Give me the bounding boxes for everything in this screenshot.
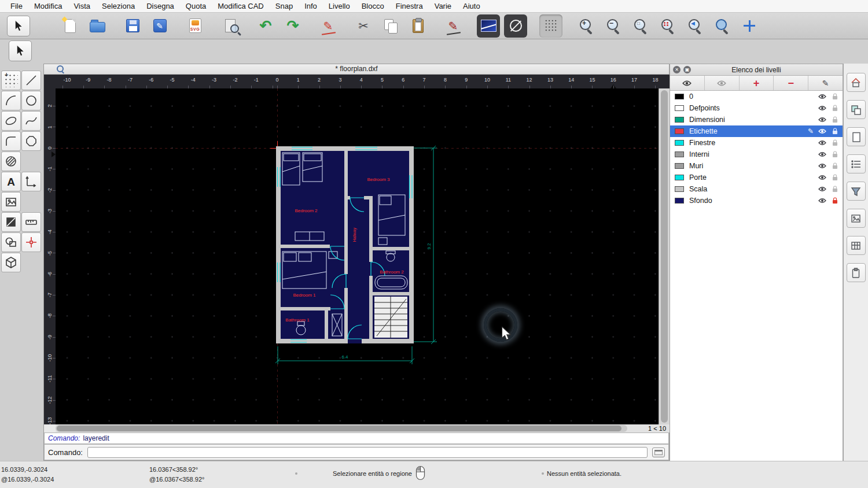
menu-aiuto[interactable]: Aiuto (457, 0, 486, 12)
layer-row-scala[interactable]: Scala (670, 183, 843, 195)
edit-entity-button[interactable]: ✎ (442, 14, 465, 38)
horizontal-scrollbar[interactable] (56, 425, 627, 432)
layer-lock-icon[interactable] (832, 151, 838, 158)
line-tool[interactable] (21, 71, 41, 90)
measure-tool[interactable] (21, 212, 41, 232)
circle-tool[interactable] (21, 91, 41, 110)
menu-varie[interactable]: Varie (429, 0, 457, 12)
svg-export-button[interactable]: SVG (183, 14, 207, 38)
spline-tool[interactable] (21, 111, 41, 131)
selection-tool-button-secondary[interactable] (9, 40, 32, 61)
text-tool[interactable]: A (1, 172, 21, 191)
dock-clipboard-button[interactable] (847, 263, 866, 282)
menu-disegna[interactable]: Disegna (141, 0, 180, 12)
menu-vista[interactable]: Vista (68, 0, 96, 12)
menu-quota[interactable]: Quota (180, 0, 212, 12)
menu-info[interactable]: Info (299, 0, 323, 12)
menu-seleziona[interactable]: Seleziona (96, 0, 141, 12)
layer-lock-icon[interactable] (832, 162, 838, 169)
polygon-tool[interactable] (21, 131, 41, 151)
zoom-pan-button[interactable] (738, 14, 761, 38)
float-panel-icon[interactable]: ▣ (683, 66, 691, 73)
layer-row-dimensioni[interactable]: Dimensioni (670, 114, 843, 125)
layer-row-finestre[interactable]: Finestre (670, 137, 843, 149)
vertical-scrollbar-thumb[interactable] (661, 90, 668, 423)
menu-file[interactable]: File (5, 0, 28, 12)
layer-row-defpoints[interactable]: Defpoints (670, 102, 843, 114)
menu-livello[interactable]: Livello (323, 0, 356, 12)
command-expand-button[interactable] (652, 448, 665, 457)
edit-layer-button[interactable]: ✎ (808, 76, 843, 90)
dimension-tool[interactable] (21, 172, 41, 191)
new-file-button[interactable] (58, 14, 82, 38)
layer-visibility-eye-icon[interactable] (818, 105, 826, 111)
layer-visibility-eye-icon[interactable] (818, 94, 826, 99)
cut-button[interactable]: ✂ (352, 14, 375, 38)
layer-lock-icon[interactable] (832, 139, 838, 146)
layer-row-etichette[interactable]: Etichette✎ (670, 125, 843, 137)
add-layer-button[interactable]: + (740, 76, 774, 90)
selection-tool-button[interactable] (7, 16, 30, 36)
vertical-scrollbar[interactable] (659, 88, 670, 424)
layer-lock-icon[interactable] (832, 93, 838, 100)
undo-button[interactable]: ↶ (254, 14, 277, 38)
zoom-previous-button[interactable]: ◀ (683, 14, 707, 38)
layer-visibility-eye-icon[interactable] (818, 163, 826, 169)
zoom-out-button[interactable]: − (602, 14, 625, 38)
toggle-all-visibility-button[interactable] (705, 76, 740, 90)
save-button[interactable] (121, 14, 144, 38)
zoom-auto-button[interactable]: □ (629, 14, 652, 38)
layer-lock-icon[interactable] (832, 105, 838, 112)
layer-visibility-eye-icon[interactable] (818, 128, 826, 134)
menu-blocco[interactable]: Blocco (356, 0, 390, 12)
draw-pen-button[interactable]: ✎ (317, 14, 340, 38)
layer-row-porte[interactable]: Porte (670, 172, 843, 183)
layer-row-interni[interactable]: Interni (670, 149, 843, 160)
dock-image-button[interactable] (847, 209, 866, 228)
explode-tool[interactable] (21, 232, 41, 252)
layer-lock-icon[interactable] (832, 116, 838, 123)
layer-visibility-eye-icon[interactable] (818, 175, 826, 180)
layer-visibility-eye-icon[interactable] (818, 198, 826, 204)
print-preview-button[interactable] (219, 14, 242, 38)
drawing-canvas[interactable]: Bedroom 2 Bedroom 3 Bedroom 1 Bathroom 1… (56, 88, 659, 424)
dock-table-button[interactable] (847, 236, 866, 255)
solid-fill-tool[interactable] (1, 212, 21, 232)
layer-lock-icon[interactable] (832, 186, 838, 193)
layer-row-0[interactable]: 0 (670, 91, 843, 102)
layer-lock-icon[interactable] (832, 128, 838, 135)
fillet-tool[interactable] (1, 131, 21, 151)
save-as-button[interactable]: ✎ (148, 14, 171, 38)
dock-list-button[interactable] (847, 154, 866, 173)
remove-layer-button[interactable]: − (774, 76, 808, 90)
layer-visibility-eye-icon[interactable] (818, 117, 826, 123)
paste-button[interactable] (406, 14, 429, 38)
toggle-visibility-button[interactable] (670, 76, 705, 90)
ellipse-tool[interactable] (1, 111, 21, 131)
isometric-tool[interactable] (1, 253, 21, 272)
open-file-button[interactable] (86, 14, 109, 38)
layer-row-muri[interactable]: Muri (670, 160, 843, 172)
menu-modifica[interactable]: Modifica (28, 0, 68, 12)
line-attributes-button[interactable] (477, 14, 500, 38)
image-tool[interactable] (1, 192, 21, 212)
command-input[interactable] (87, 447, 648, 458)
layer-visibility-eye-icon[interactable] (818, 186, 826, 192)
layer-lock-icon[interactable] (832, 174, 838, 181)
layer-visibility-eye-icon[interactable] (818, 140, 826, 146)
zoom-redraw-button[interactable] (656, 14, 679, 38)
horizontal-scrollbar-thumb[interactable] (57, 426, 621, 431)
layer-row-sfondo[interactable]: Sfondo (670, 195, 843, 206)
grid-toggle-button[interactable] (539, 14, 562, 38)
redo-button[interactable]: ↷ (281, 14, 304, 38)
dock-blocks-button[interactable] (847, 100, 866, 119)
arc-tool[interactable] (1, 91, 21, 110)
dock-sheet-button[interactable] (847, 127, 866, 146)
snap-grid-tool[interactable] (1, 71, 21, 90)
menu-snap[interactable]: Snap (270, 0, 299, 12)
menu-modifica-cad[interactable]: Modifica CAD (212, 0, 269, 12)
dock-filter-button[interactable] (847, 182, 866, 201)
fill-none-button[interactable] (504, 14, 527, 38)
zoom-window-button[interactable] (711, 14, 734, 38)
zoom-in-button[interactable]: + (575, 14, 598, 38)
